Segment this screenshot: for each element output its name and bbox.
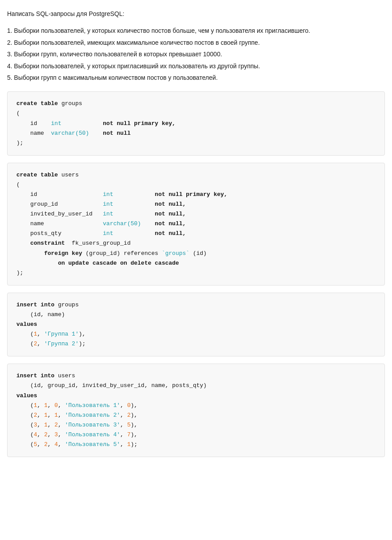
intro-title: Написать SQL-запросы для PostgreSQL: xyxy=(7,9,385,19)
code-block-insert-groups: insert into groups (id, name) values (1,… xyxy=(7,293,385,356)
code-block-create-users: create table users ( id int not null pri… xyxy=(7,163,385,286)
task-item: 3. Выборки групп, количество пользовател… xyxy=(7,49,385,59)
task-list: 1. Выборки пользователей, у которых коли… xyxy=(7,26,385,82)
code-block-insert-users: insert into users (id, group_id, invited… xyxy=(7,364,385,457)
task-item: 2. Выборки пользователей, имеющих максим… xyxy=(7,38,385,47)
task-item: 5. Выборки групп с максимальным количест… xyxy=(7,73,385,82)
task-item: 4. Выборки пользователей, у которых приг… xyxy=(7,61,385,71)
code-block-create-groups: create table groups ( id int not null pr… xyxy=(7,91,385,155)
task-item: 1. Выборки пользователей, у которых коли… xyxy=(7,26,385,35)
